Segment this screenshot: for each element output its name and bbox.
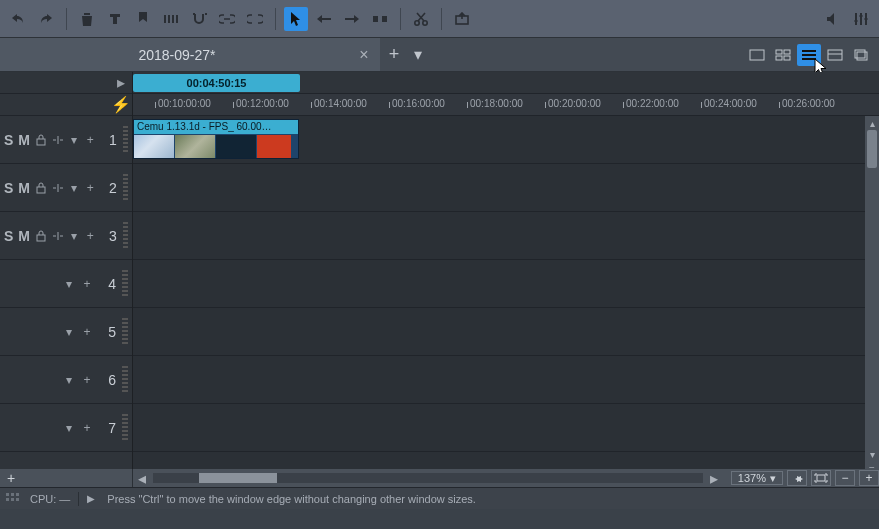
lock-icon[interactable] <box>35 181 47 195</box>
close-tab-button[interactable]: × <box>354 45 374 65</box>
select-tool-button[interactable] <box>284 7 308 31</box>
playhead-row[interactable]: 00:04:50:15 <box>133 72 879 94</box>
layout-grid-button[interactable] <box>771 44 795 66</box>
track-menu-button[interactable]: ▾ <box>62 373 76 387</box>
track-index: 2 <box>104 180 116 196</box>
horizontal-scrollbar[interactable]: ◂ ▸ <box>133 469 723 487</box>
lock-icon[interactable] <box>35 133 47 147</box>
mute-button[interactable]: M <box>18 132 31 148</box>
track-lane[interactable]: Cemu 1.13.1d - FPS_ 60.00… <box>133 116 865 164</box>
mute-button[interactable]: M <box>18 180 31 196</box>
mute-button[interactable]: M <box>18 228 31 244</box>
solo-button[interactable]: S <box>4 180 14 196</box>
fx-icon[interactable] <box>51 133 63 147</box>
snap-button[interactable] <box>187 7 211 31</box>
time-ruler[interactable]: 00:10:00:0000:12:00:0000:14:00:0000:16:0… <box>133 94 879 116</box>
grip-icon[interactable] <box>122 270 128 298</box>
split-button[interactable] <box>159 7 183 31</box>
redo-button[interactable] <box>34 7 58 31</box>
scroll-up-button[interactable]: ▴ <box>865 116 879 130</box>
tab-menu-button[interactable]: ▾ <box>408 38 428 71</box>
track-add-button[interactable]: + <box>80 421 94 435</box>
grip-icon[interactable] <box>122 318 128 346</box>
track-menu-button[interactable]: ▾ <box>68 181 80 195</box>
auto-icon[interactable]: ⚡ <box>114 98 128 112</box>
insert-button[interactable] <box>450 7 474 31</box>
track-menu-button[interactable]: ▾ <box>62 277 76 291</box>
track-menu-button[interactable]: ▾ <box>62 421 76 435</box>
link-button[interactable] <box>215 7 239 31</box>
timeline-lanes[interactable]: Cemu 1.13.1d - FPS_ 60.00… ▴ ▾ − + <box>133 116 879 487</box>
track-add-button[interactable]: + <box>84 229 96 243</box>
lock-icon[interactable] <box>35 229 47 243</box>
track-menu-button[interactable]: ▾ <box>62 325 76 339</box>
collapse-icon[interactable]: ▸ <box>114 76 128 90</box>
grip-icon[interactable] <box>123 222 128 250</box>
track-lane[interactable] <box>133 356 865 404</box>
grip-icon[interactable] <box>123 174 128 202</box>
layout-list-button[interactable] <box>797 44 821 66</box>
track-header[interactable]: SM▾+3 <box>0 212 132 260</box>
ripple-right-button[interactable] <box>340 7 364 31</box>
grip-icon[interactable] <box>123 126 128 154</box>
cut-button[interactable] <box>409 7 433 31</box>
add-track-button[interactable]: + <box>4 471 18 485</box>
fit-selection-button[interactable] <box>811 470 831 486</box>
track-lane[interactable] <box>133 308 865 356</box>
track-add-button[interactable]: + <box>80 325 94 339</box>
horizontal-scroll-thumb[interactable] <box>199 473 277 483</box>
track-header[interactable]: ▾+7 <box>0 404 132 452</box>
layout-popout-button[interactable] <box>849 44 873 66</box>
track-add-button[interactable]: + <box>80 373 94 387</box>
vertical-scrollbar[interactable]: ▴ ▾ − + <box>865 116 879 487</box>
vertical-scroll-thumb[interactable] <box>867 130 877 168</box>
zoom-out-button[interactable]: − <box>835 470 855 486</box>
track-header[interactable]: SM▾+2 <box>0 164 132 212</box>
track-header[interactable]: ▾+6 <box>0 356 132 404</box>
track-menu-button[interactable]: ▾ <box>68 133 80 147</box>
grip-icon[interactable] <box>122 414 128 442</box>
scroll-left-button[interactable]: ◂ <box>133 469 151 487</box>
zoom-in-button[interactable]: + <box>859 470 879 486</box>
bottom-scroll-strip: ◂ ▸ 137%▾ ◂▸ − + <box>133 469 879 487</box>
add-tab-button[interactable]: + <box>380 38 408 71</box>
playhead-time[interactable]: 00:04:50:15 <box>133 74 300 92</box>
track-header[interactable]: ▾+5 <box>0 308 132 356</box>
track-header[interactable]: ▾+4 <box>0 260 132 308</box>
track-add-button[interactable]: + <box>80 277 94 291</box>
ripple-left-button[interactable] <box>312 7 336 31</box>
scroll-down-button[interactable]: ▾ <box>865 447 879 461</box>
header-spacer-top: ▸ <box>0 72 132 94</box>
track-lane[interactable] <box>133 212 865 260</box>
project-tab[interactable]: 2018-09-27* × <box>0 38 380 71</box>
delete-button[interactable] <box>75 7 99 31</box>
track-lane[interactable] <box>133 164 865 212</box>
grip-icon[interactable] <box>122 366 128 394</box>
fx-icon[interactable] <box>51 229 63 243</box>
track-menu-button[interactable]: ▾ <box>68 229 80 243</box>
unlink-button[interactable] <box>243 7 267 31</box>
layout-single-button[interactable] <box>745 44 769 66</box>
fit-width-button[interactable]: ◂▸ <box>787 470 807 486</box>
scroll-right-button[interactable]: ▸ <box>705 469 723 487</box>
track-lane[interactable] <box>133 404 865 452</box>
undo-button[interactable] <box>6 7 30 31</box>
zoom-percent[interactable]: 137%▾ <box>731 471 783 485</box>
gap-button[interactable] <box>368 7 392 31</box>
layout-overview-button[interactable] <box>823 44 847 66</box>
fx-icon[interactable] <box>51 181 63 195</box>
ruler-tick: 00:22:00:00 <box>623 98 679 109</box>
video-clip[interactable]: Cemu 1.13.1d - FPS_ 60.00… <box>133 119 299 159</box>
solo-button[interactable]: S <box>4 132 14 148</box>
volume-button[interactable] <box>821 7 845 31</box>
horizontal-scroll-track[interactable] <box>153 473 703 483</box>
marker-button[interactable] <box>131 7 155 31</box>
track-add-button[interactable]: + <box>84 181 96 195</box>
track-lane[interactable] <box>133 260 865 308</box>
track-add-button[interactable]: + <box>84 133 96 147</box>
separator <box>275 8 276 30</box>
track-header[interactable]: SM▾+1 <box>0 116 132 164</box>
title-button[interactable] <box>103 7 127 31</box>
solo-button[interactable]: S <box>4 228 14 244</box>
mixer-button[interactable] <box>849 7 873 31</box>
